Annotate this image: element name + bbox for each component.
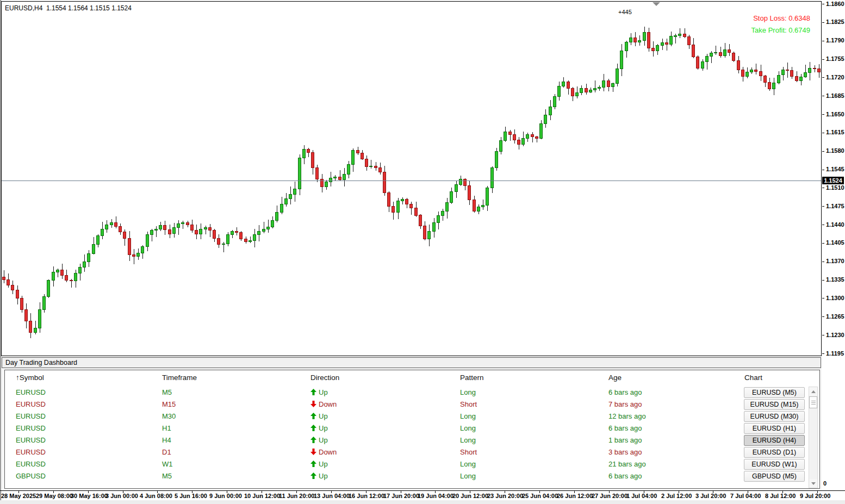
dashboard-title: Day Trading Dashboard bbox=[5, 359, 77, 366]
table-row[interactable]: EURUSDH4Long1 bars agoUpEURUSD (H4) bbox=[5, 434, 809, 446]
column-header-symbol[interactable]: ↑Symbol bbox=[16, 374, 44, 382]
price-tick-label: 1.1335 bbox=[826, 276, 844, 283]
candle bbox=[258, 232, 260, 235]
time-label: 23 Jun 20:00 bbox=[487, 493, 523, 499]
age-cell: 21 bars ago bbox=[608, 460, 646, 468]
candle bbox=[392, 207, 395, 213]
candle bbox=[692, 45, 695, 57]
candlestick-chart[interactable]: EURUSD,H4 1.1554 1.1564 1.1515 1.1524 +4… bbox=[1, 1, 822, 356]
pattern-cell: Short bbox=[460, 400, 477, 408]
time-label: 10 Jun 12:00 bbox=[244, 493, 280, 499]
table-row[interactable]: EURUSDH1Long6 bars agoUpEURUSD (H1) bbox=[5, 422, 809, 434]
scroll-thumb[interactable] bbox=[809, 396, 817, 408]
time-label: 9 Jul 20:00 bbox=[800, 493, 830, 499]
mt4-window: EURUSD,H4 1.1554 1.1564 1.1515 1.1524 +4… bbox=[0, 0, 845, 504]
candle bbox=[227, 234, 229, 244]
candle bbox=[61, 270, 64, 276]
open-chart-button[interactable]: EURUSD (D1) bbox=[744, 447, 805, 458]
scroll-up-button[interactable] bbox=[809, 387, 817, 396]
time-label: 3 Jun 00:00 bbox=[105, 493, 138, 499]
candle bbox=[509, 132, 512, 134]
open-chart-button[interactable]: EURUSD (M30) bbox=[744, 411, 805, 422]
price-axis-tick bbox=[822, 280, 824, 281]
direction-cell: Up bbox=[310, 412, 328, 420]
column-header-chart[interactable]: Chart bbox=[744, 374, 762, 382]
candle bbox=[299, 158, 301, 189]
open-chart-button[interactable]: GBPUSD (M5) bbox=[744, 471, 805, 482]
table-row[interactable]: EURUSDW1Long21 bars agoUpEURUSD (W1) bbox=[5, 458, 809, 470]
scroll-grip bbox=[811, 401, 816, 401]
price-axis-tick bbox=[822, 77, 824, 78]
chart-shift-marker-icon[interactable] bbox=[653, 2, 660, 6]
column-header-pattern[interactable]: Pattern bbox=[460, 374, 484, 382]
candle bbox=[750, 70, 753, 72]
table-row[interactable]: EURUSDM15Short7 bars agoDownEURUSD (M15) bbox=[5, 399, 809, 410]
price-axis[interactable]: 1.1524 1.18601.18251.17901.17551.17201.1… bbox=[822, 0, 845, 491]
dashboard-panel: ↑SymbolTimeframeDirectionPatternAgeChart… bbox=[4, 370, 820, 489]
table-row[interactable]: GBPUSDM5Long6 bars agoUpGBPUSD (M5) bbox=[5, 470, 809, 482]
candle bbox=[88, 253, 90, 262]
candle bbox=[25, 310, 28, 321]
pattern-cell: Long bbox=[460, 424, 476, 432]
candle bbox=[3, 277, 5, 280]
table-row[interactable]: EURUSDM30Long12 bars agoUpEURUSD (M30) bbox=[5, 410, 809, 422]
candle bbox=[316, 167, 319, 179]
table-row[interactable]: EURUSDM5Long6 bars agoUpEURUSD (M5) bbox=[5, 387, 809, 399]
candle bbox=[281, 204, 283, 213]
price-axis-tick bbox=[822, 4, 824, 4]
dashboard-scrollbar[interactable] bbox=[809, 387, 818, 488]
price-tick-label: 1.1580 bbox=[826, 147, 844, 154]
open-chart-button[interactable]: EURUSD (H1) bbox=[744, 423, 805, 434]
time-label: 28 May 2025 bbox=[1, 493, 36, 499]
open-chart-button[interactable]: EURUSD (M15) bbox=[744, 399, 805, 410]
candle bbox=[732, 53, 735, 60]
candle bbox=[375, 166, 377, 168]
candle bbox=[74, 273, 77, 281]
candle bbox=[271, 220, 274, 227]
open-chart-button[interactable]: EURUSD (W1) bbox=[744, 459, 805, 470]
symbol-cell: EURUSD bbox=[16, 424, 46, 432]
price-tick-label: 1.1440 bbox=[826, 221, 844, 228]
pattern-cell: Long bbox=[460, 472, 476, 480]
candle bbox=[137, 253, 140, 257]
open-chart-button[interactable]: EURUSD (H4) bbox=[744, 435, 805, 446]
scroll-down-button[interactable] bbox=[809, 479, 817, 488]
symbol-cell: GBPUSD bbox=[16, 472, 46, 480]
price-axis-tick bbox=[822, 59, 824, 60]
scroll-up-icon bbox=[811, 390, 816, 393]
candle bbox=[383, 172, 386, 192]
price-axis-tick bbox=[822, 335, 824, 335]
time-label: 19 Jun 04:00 bbox=[418, 493, 453, 499]
candle bbox=[580, 88, 583, 92]
candle bbox=[191, 225, 194, 231]
table-row[interactable]: EURUSDD1Short3 bars agoDownEURUSD (D1) bbox=[5, 446, 809, 458]
column-header-age[interactable]: Age bbox=[608, 374, 622, 382]
candle bbox=[562, 82, 565, 86]
column-header-timeframe[interactable]: Timeframe bbox=[162, 374, 197, 382]
candle bbox=[630, 38, 632, 42]
time-label: 20 Jun 12:00 bbox=[452, 493, 488, 499]
candle bbox=[155, 229, 158, 231]
symbol-cell: EURUSD bbox=[16, 412, 46, 420]
dashboard-titlebar[interactable]: Day Trading Dashboard bbox=[2, 357, 821, 368]
open-chart-button[interactable]: EURUSD (M5) bbox=[744, 387, 805, 398]
candle bbox=[133, 254, 135, 257]
candle bbox=[182, 223, 184, 224]
direction-cell: Up bbox=[310, 472, 328, 480]
direction-up-icon bbox=[310, 437, 316, 443]
price-axis-tick bbox=[822, 206, 824, 207]
time-axis[interactable] bbox=[0, 490, 845, 491]
age-cell: 3 bars ago bbox=[608, 448, 642, 456]
column-header-direction[interactable]: Direction bbox=[310, 374, 339, 382]
price-tick-label: 1.1300 bbox=[826, 295, 844, 301]
candle bbox=[571, 88, 574, 96]
age-cell: 1 bars ago bbox=[608, 436, 642, 444]
price-axis-tick bbox=[822, 298, 824, 298]
candle bbox=[187, 223, 189, 225]
take-profit-label: Take Profit: 0.6749 bbox=[751, 26, 810, 34]
candle bbox=[652, 48, 655, 51]
bars-count-annotation: +445 bbox=[618, 9, 632, 15]
candle bbox=[437, 216, 440, 223]
candle bbox=[159, 226, 162, 229]
candle bbox=[558, 86, 561, 96]
